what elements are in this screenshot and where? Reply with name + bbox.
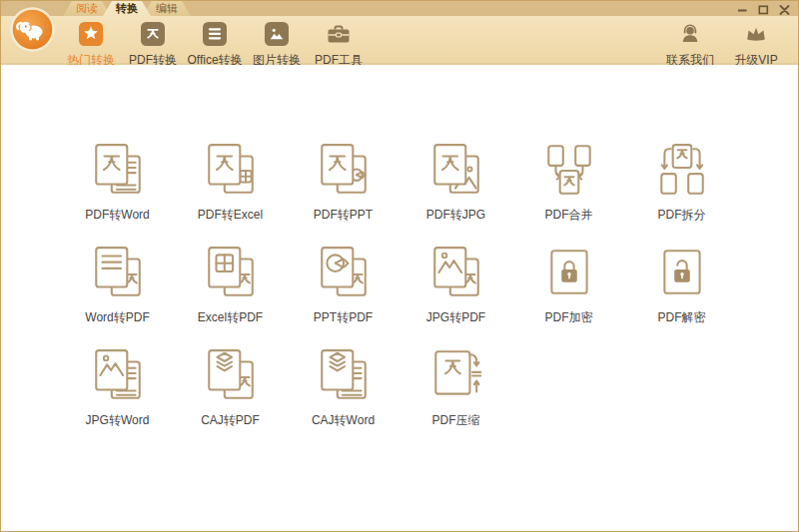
grid-item-excel-to-pdf[interactable]: Excel转PDF	[174, 244, 287, 326]
grid-item-pdf-compress[interactable]: PDF压缩	[400, 346, 512, 429]
grid-item-caj-to-word[interactable]: CAJ转Word	[287, 346, 400, 429]
pdf-file-icon	[140, 21, 166, 47]
pdf-split-icon	[653, 141, 711, 199]
main-content: PDF转WordPDF转ExcelPDF转PPTPDF转JPGPDF合并PDF拆…	[1, 65, 798, 531]
pdf-encrypt-icon	[540, 244, 598, 301]
excel-to-pdf-icon	[202, 244, 260, 301]
grid-item-pdf-merge[interactable]: PDF合并	[512, 141, 625, 224]
word-to-pdf-icon	[89, 244, 147, 301]
toolbar-item-office-convert[interactable]: Office转换	[185, 16, 245, 69]
grid-item-label: PDF转JPG	[426, 207, 485, 224]
contact-us-button[interactable]: 联系我们	[660, 16, 720, 69]
grid-item-jpg-to-word[interactable]: JPG转Word	[61, 346, 174, 429]
grid-item-caj-to-pdf[interactable]: CAJ转PDF	[174, 346, 287, 429]
grid-item-label: PPT转PDF	[314, 309, 373, 326]
grid-item-label: PDF转Excel	[198, 207, 263, 224]
grid-item-pdf-encrypt[interactable]: PDF加密	[512, 244, 625, 326]
office-doc-icon	[202, 21, 228, 47]
grid-item-label: PDF转PPT	[314, 207, 373, 224]
tab-read[interactable]: 阅读	[63, 1, 111, 16]
grid-item-pdf-decrypt[interactable]: PDF解密	[625, 244, 738, 326]
header-right-actions: 联系我们 升级VIP	[660, 16, 786, 69]
tab-edit[interactable]: 编辑	[143, 1, 191, 16]
grid-item-word-to-pdf[interactable]: Word转PDF	[61, 244, 174, 326]
app-window: 阅读 转换 编辑	[0, 0, 799, 532]
image-file-icon	[264, 21, 290, 47]
pdf-to-ppt-icon	[315, 141, 373, 199]
pdf-compress-icon	[427, 346, 485, 404]
grid-item-label: PDF解密	[658, 309, 706, 326]
grid-item-pdf-to-excel[interactable]: PDF转Excel	[174, 141, 287, 224]
grid-item-label: PDF合并	[545, 207, 593, 224]
tab-edit-label: 编辑	[156, 2, 178, 14]
jpg-to-word-icon	[89, 346, 147, 404]
conversion-grid: PDF转WordPDF转ExcelPDF转PPTPDF转JPGPDF合并PDF拆…	[61, 141, 738, 429]
maximize-button[interactable]	[757, 4, 769, 15]
grid-item-label: PDF加密	[545, 309, 593, 326]
grid-item-label: JPG转PDF	[426, 309, 485, 326]
headset-person-icon	[677, 21, 703, 47]
grid-item-label: Word转PDF	[85, 309, 149, 326]
pdf-to-jpg-icon	[427, 141, 485, 199]
upgrade-vip-button[interactable]: 升级VIP	[726, 16, 786, 69]
window-controls	[736, 4, 790, 15]
tab-convert[interactable]: 转换	[103, 1, 151, 16]
pdf-merge-icon	[540, 141, 598, 199]
grid-item-pdf-split[interactable]: PDF拆分	[625, 141, 738, 224]
toolbox-icon	[326, 21, 352, 47]
grid-item-label: Excel转PDF	[198, 309, 263, 326]
grid-item-label: CAJ转Word	[312, 412, 375, 429]
toolbar-item-hot-convert[interactable]: 热门转换	[61, 16, 121, 69]
toolbar-item-pdf-tools[interactable]: PDF工具	[309, 16, 369, 69]
tabs: 阅读 转换 编辑	[63, 1, 191, 16]
close-button[interactable]	[778, 4, 790, 15]
grid-item-pdf-to-ppt[interactable]: PDF转PPT	[287, 141, 400, 224]
grid-item-ppt-to-pdf[interactable]: PPT转PDF	[287, 244, 400, 326]
grid-item-label: JPG转Word	[86, 412, 150, 429]
toolbar-item-image-convert[interactable]: 图片转换	[247, 16, 307, 69]
header: 阅读 转换 编辑	[1, 1, 798, 65]
grid-item-label: PDF转Word	[85, 207, 149, 224]
grid-item-label: PDF拆分	[658, 207, 706, 224]
pdf-to-word-icon	[89, 141, 147, 199]
caj-to-pdf-icon	[202, 346, 260, 404]
crown-icon	[743, 21, 769, 47]
elephant-logo-icon[interactable]	[9, 6, 56, 53]
minimize-button[interactable]	[736, 4, 748, 15]
tab-read-label: 阅读	[76, 2, 98, 14]
grid-item-label: CAJ转PDF	[201, 412, 260, 429]
grid-item-pdf-to-jpg[interactable]: PDF转JPG	[400, 141, 512, 224]
grid-item-jpg-to-pdf[interactable]: JPG转PDF	[400, 244, 512, 326]
grid-item-label: PDF压缩	[432, 412, 480, 429]
pdf-to-excel-icon	[202, 141, 260, 199]
grid-item-pdf-to-word[interactable]: PDF转Word	[61, 141, 174, 224]
caj-to-word-icon	[315, 346, 373, 404]
tab-convert-label: 转换	[116, 2, 138, 14]
jpg-to-pdf-icon	[427, 244, 485, 301]
toolbar: 热门转换 PDF转换 Office转换 图片转换 PDF工具	[61, 16, 369, 69]
star-icon	[78, 21, 104, 47]
ppt-to-pdf-icon	[315, 244, 373, 301]
pdf-decrypt-icon	[653, 244, 711, 301]
tab-strip: 阅读 转换 编辑	[1, 1, 798, 16]
toolbar-item-pdf-convert[interactable]: PDF转换	[123, 16, 183, 69]
